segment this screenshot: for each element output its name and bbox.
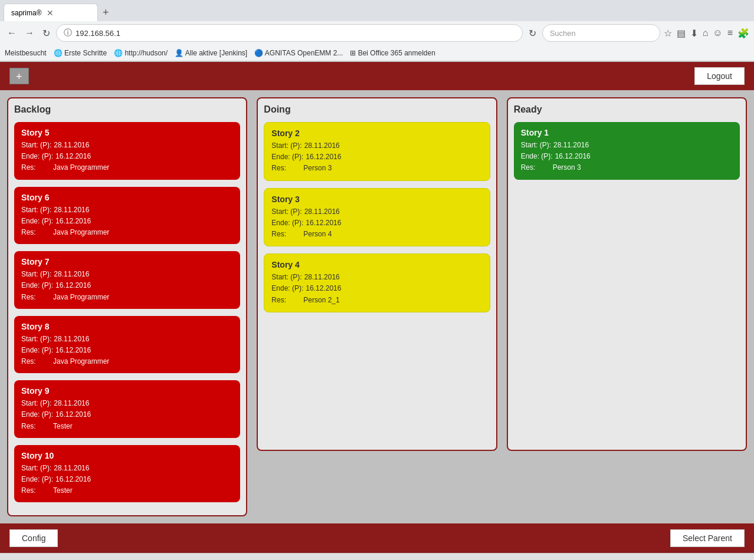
res-label: Res: — [21, 421, 51, 432]
start-value: 28.11.2016 — [54, 269, 89, 280]
story-card-story-2[interactable]: Story 2 Start: (P): 28.11.2016 Ende: (P)… — [264, 122, 490, 181]
url-bar[interactable]: ⓘ 192.168.56.1 — [56, 24, 523, 42]
end-label: Ende: (P): — [21, 409, 53, 420]
tab-bar: saprima® ✕ + — [0, 0, 754, 21]
story-start-row: Start: (P): 28.11.2016 — [271, 272, 482, 283]
start-value: 28.11.2016 — [553, 140, 589, 151]
story-title: Story 10 — [21, 451, 233, 460]
refresh-button[interactable]: ↻ — [526, 27, 539, 40]
story-start-row: Start: (P): 28.11.2016 — [21, 398, 233, 409]
toolbar-icons: ☆ ▤ ⬇ ⌂ ☺ ≡ 🧩 — [664, 28, 749, 39]
config-button[interactable]: Config — [9, 529, 58, 547]
kanban-board: Backlog Story 5 Start: (P): 28.11.2016 E… — [0, 90, 754, 523]
logout-button[interactable]: Logout — [694, 67, 745, 85]
story-card-story-7[interactable]: Story 7 Start: (P): 28.11.2016 Ende: (P)… — [14, 251, 240, 309]
story-card-story-4[interactable]: Story 4 Start: (P): 28.11.2016 Ende: (P)… — [264, 253, 490, 312]
story-card-story-9[interactable]: Story 9 Start: (P): 28.11.2016 Ende: (P)… — [14, 380, 240, 438]
start-value: 28.11.2016 — [54, 334, 89, 345]
start-label: Start: (P): — [21, 205, 51, 216]
story-end-row: Ende: (P): 16.12.2016 — [21, 216, 233, 227]
column-title-ready: Ready — [514, 104, 740, 115]
bookmark-hudson[interactable]: 🌐 http://hudson/ — [114, 49, 168, 57]
res-value: Person 3 — [553, 162, 581, 173]
reload-button[interactable]: ↻ — [40, 27, 53, 40]
column-title-doing: Doing — [264, 104, 490, 115]
story-card-story-10[interactable]: Story 10 Start: (P): 28.11.2016 Ende: (P… — [14, 445, 240, 503]
column-backlog: Backlog Story 5 Start: (P): 28.11.2016 E… — [7, 97, 247, 516]
story-card-story-3[interactable]: Story 3 Start: (P): 28.11.2016 Ende: (P)… — [264, 188, 490, 247]
story-title: Story 1 — [521, 128, 733, 137]
back-button[interactable]: ← — [5, 27, 19, 39]
bookmark-office[interactable]: ⊞ Bei Office 365 anmelden — [350, 49, 435, 57]
end-label: Ende: (P): — [521, 151, 553, 162]
menu-icon[interactable]: ≡ — [727, 28, 733, 38]
home-icon[interactable]: ⌂ — [703, 28, 709, 38]
search-box[interactable]: Suchen — [542, 24, 660, 42]
end-label: Ende: (P): — [21, 345, 53, 356]
story-res-row: Res: Java Programmer — [21, 162, 233, 173]
end-value: 16.12.2016 — [306, 218, 341, 229]
reader-icon[interactable]: ▤ — [677, 28, 686, 39]
story-end-row: Ende: (P): 16.12.2016 — [271, 151, 482, 163]
story-res-row: Res: Java Programmer — [21, 292, 233, 303]
end-label: Ende: (P): — [21, 151, 53, 162]
column-title-backlog: Backlog — [14, 104, 240, 115]
url-text: 192.168.56.1 — [76, 29, 515, 38]
story-card-story-5[interactable]: Story 5 Start: (P): 28.11.2016 Ende: (P)… — [14, 122, 240, 180]
column-ready: Ready Story 1 Start: (P): 28.11.2016 End… — [507, 97, 747, 451]
story-title: Story 4 — [271, 260, 482, 269]
start-value: 28.11.2016 — [304, 272, 340, 283]
story-end-row: Ende: (P): 16.12.2016 — [271, 283, 482, 294]
profile-icon[interactable]: ☺ — [713, 28, 722, 38]
story-start-row: Start: (P): 28.11.2016 — [271, 140, 482, 151]
story-card-story-8[interactable]: Story 8 Start: (P): 28.11.2016 Ende: (P)… — [14, 316, 240, 374]
story-res-row: Res: Person 3 — [521, 162, 733, 173]
story-res-row: Res: Tester — [21, 485, 233, 496]
res-value: Tester — [53, 485, 73, 496]
forward-button[interactable]: → — [22, 27, 37, 39]
search-placeholder: Suchen — [550, 29, 576, 38]
res-value: Java Programmer — [53, 162, 109, 173]
res-label: Res: — [21, 162, 51, 173]
story-title: Story 6 — [21, 193, 233, 202]
story-res-row: Res: Person 4 — [271, 229, 482, 240]
active-tab[interactable]: saprima® ✕ — [4, 4, 98, 21]
extensions-icon[interactable]: 🧩 — [737, 28, 749, 39]
bookmark-star-icon[interactable]: ☆ — [664, 28, 672, 39]
res-label: Res: — [271, 229, 301, 240]
story-start-row: Start: (P): 28.11.2016 — [21, 463, 233, 474]
bookmark-jenkins[interactable]: 👤 Alle aktive [Jenkins] — [175, 49, 247, 57]
story-card-story-6[interactable]: Story 6 Start: (P): 28.11.2016 Ende: (P)… — [14, 187, 240, 245]
story-res-row: Res: Java Programmer — [21, 356, 233, 367]
res-value: Java Programmer — [53, 227, 109, 238]
end-value: 16.12.2016 — [55, 216, 91, 227]
res-label: Res: — [21, 356, 51, 367]
app-footer: Config Select Parent — [0, 523, 754, 553]
res-value: Java Programmer — [53, 292, 109, 303]
bookmarks-bar: Meistbesucht 🌐 Erste Schritte 🌐 http://h… — [0, 45, 754, 61]
start-label: Start: (P): — [521, 140, 551, 151]
start-value: 28.11.2016 — [54, 398, 89, 409]
bookmark-agnitas[interactable]: 🔵 AGNITAS OpenEMM 2... — [254, 49, 343, 57]
new-tab-button[interactable]: + — [98, 6, 114, 19]
select-parent-button[interactable]: Select Parent — [670, 529, 745, 547]
story-card-story-1[interactable]: Story 1 Start: (P): 28.11.2016 Ende: (P)… — [514, 122, 740, 180]
add-button[interactable]: + — [9, 68, 29, 84]
start-value: 28.11.2016 — [304, 140, 340, 151]
end-label: Ende: (P): — [21, 280, 53, 291]
download-icon[interactable]: ⬇ — [690, 28, 698, 39]
tab-close-button[interactable]: ✕ — [47, 8, 54, 18]
story-title: Story 5 — [21, 128, 233, 137]
story-start-row: Start: (P): 28.11.2016 — [21, 205, 233, 216]
story-res-row: Res: Java Programmer — [21, 227, 233, 238]
bookmark-meistbesucht[interactable]: Meistbesucht — [5, 49, 47, 57]
res-label: Res: — [21, 485, 51, 496]
story-end-row: Ende: (P): 16.12.2016 — [21, 474, 233, 485]
app-container: + Logout Backlog Story 5 Start: (P): 28.… — [0, 62, 754, 553]
story-title: Story 9 — [21, 386, 233, 396]
start-label: Start: (P): — [271, 140, 301, 151]
end-label: Ende: (P): — [271, 151, 303, 163]
story-start-row: Start: (P): 28.11.2016 — [521, 140, 733, 151]
bookmark-erste-schritte[interactable]: 🌐 Erste Schritte — [54, 49, 107, 57]
story-end-row: Ende: (P): 16.12.2016 — [521, 151, 733, 162]
